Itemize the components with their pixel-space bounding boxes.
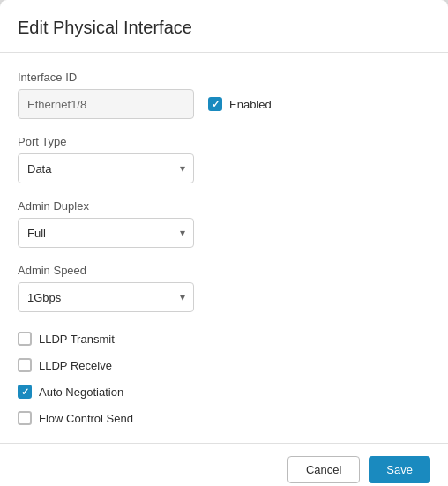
admin-speed-select-wrapper: 1Gbps 100Mbps 10Mbps Auto ▾ [18, 282, 194, 312]
cancel-button[interactable]: Cancel [287, 456, 360, 483]
lldp-transmit-checkbox[interactable] [18, 332, 32, 346]
enabled-checkbox[interactable]: ✓ [208, 97, 222, 111]
dialog-header: Edit Physical Interface [0, 0, 448, 53]
auto-negotiation-label[interactable]: ✓ Auto Negotiation [18, 385, 430, 399]
lldp-receive-checkbox[interactable] [18, 358, 32, 372]
flow-control-send-checkbox[interactable] [18, 411, 32, 425]
port-type-select-wrapper: Data Management Loopback ▾ [18, 153, 194, 183]
auto-negotiation-checkmark: ✓ [21, 387, 29, 397]
dialog-title: Edit Physical Interface [18, 18, 430, 38]
port-type-select[interactable]: Data Management Loopback [18, 153, 194, 183]
checkboxes-section: LLDP Transmit LLDP Receive ✓ Auto Negoti… [18, 332, 430, 425]
enabled-checkmark: ✓ [212, 100, 220, 109]
edit-physical-interface-dialog: Edit Physical Interface Interface ID ✓ E… [0, 0, 448, 486]
interface-id-row: ✓ Enabled [18, 89, 430, 119]
admin-speed-select[interactable]: 1Gbps 100Mbps 10Mbps Auto [18, 282, 194, 312]
admin-duplex-select[interactable]: Full Half Auto [18, 218, 194, 248]
enabled-label: Enabled [229, 98, 272, 111]
interface-id-label: Interface ID [18, 71, 430, 84]
interface-id-group: Interface ID ✓ Enabled [18, 71, 430, 119]
admin-duplex-label: Admin Duplex [18, 199, 430, 213]
lldp-receive-text: LLDP Receive [39, 359, 112, 372]
port-type-label: Port Type [18, 135, 430, 148]
auto-negotiation-text: Auto Negotiation [39, 385, 123, 399]
admin-speed-group: Admin Speed 1Gbps 100Mbps 10Mbps Auto ▾ [18, 264, 430, 312]
admin-duplex-group: Admin Duplex Full Half Auto ▾ [18, 199, 430, 248]
admin-duplex-select-wrapper: Full Half Auto ▾ [18, 218, 194, 248]
dialog-body: Interface ID ✓ Enabled Port Type Data Ma… [0, 53, 448, 443]
lldp-receive-label[interactable]: LLDP Receive [18, 358, 430, 372]
auto-negotiation-checkbox[interactable]: ✓ [18, 385, 32, 399]
lldp-transmit-text: LLDP Transmit [39, 333, 115, 346]
save-button[interactable]: Save [369, 456, 430, 483]
admin-speed-label: Admin Speed [18, 264, 430, 277]
dialog-footer: Cancel Save [0, 443, 448, 486]
flow-control-send-label[interactable]: Flow Control Send [18, 411, 430, 425]
flow-control-send-text: Flow Control Send [39, 412, 133, 425]
port-type-group: Port Type Data Management Loopback ▾ [18, 135, 430, 183]
interface-id-input[interactable] [18, 89, 194, 119]
enabled-checkbox-label[interactable]: ✓ Enabled [208, 97, 272, 111]
lldp-transmit-label[interactable]: LLDP Transmit [18, 332, 430, 346]
